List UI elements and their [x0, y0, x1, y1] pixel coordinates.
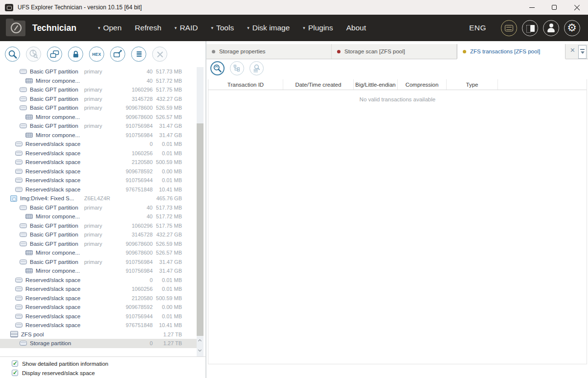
- menu-item-label: Refresh: [135, 24, 161, 32]
- tree-row[interactable]: Basic GPT partition primary 1060296 517.…: [0, 85, 197, 94]
- partition-offset: 0: [150, 277, 153, 283]
- tab-list-button[interactable]: [578, 45, 587, 59]
- tree-row[interactable]: Mirror compone... 910756984 31.47 GB: [0, 131, 197, 140]
- start-scan-search-icon: [213, 64, 222, 73]
- tree-row[interactable]: Mirror compone... 909678600 526.57 MB: [0, 248, 197, 258]
- scroll-up-button[interactable]: [197, 336, 204, 346]
- tree-row[interactable]: Basic GPT partition primary 909678600 52…: [0, 239, 197, 249]
- minimize-button[interactable]: [520, 0, 543, 15]
- menu-item[interactable]: Refresh: [135, 24, 161, 32]
- maximize-button[interactable]: [543, 0, 565, 15]
- surface-scan-button[interactable]: [26, 47, 41, 62]
- partition-offset: 2120580: [132, 159, 153, 165]
- properties-list-button[interactable]: [131, 47, 146, 62]
- close-button[interactable]: [565, 0, 588, 15]
- tree-row[interactable]: Reserved/slack space 909678592 0.00 MB: [0, 167, 197, 176]
- account-button[interactable]: [543, 20, 559, 36]
- column-header[interactable]: Compression: [398, 79, 447, 90]
- partition-icon: [15, 178, 23, 183]
- partition-icon: [15, 278, 23, 283]
- partition-icon: [20, 341, 27, 346]
- lock-button[interactable]: [68, 47, 83, 62]
- tree-row[interactable]: Reserved/slack space 909678592 0.00 MB: [0, 303, 197, 312]
- tab[interactable]: ZFS transactions [ZFS pool]: [457, 44, 565, 59]
- tree-row[interactable]: Mirror compone... 910756984 31.47 GB: [0, 266, 197, 276]
- tab[interactable]: Storage properties: [206, 44, 332, 59]
- tree-row[interactable]: Mirror compone... 909678600 526.57 MB: [0, 113, 197, 122]
- start-scan-button[interactable]: [210, 61, 225, 75]
- column-header[interactable]: Date/Time created: [283, 79, 354, 90]
- tree-row[interactable]: Reserved/slack space 910756944 0.01 MB: [0, 176, 197, 185]
- menu-item[interactable]: About: [346, 24, 366, 32]
- tree-row[interactable]: Storage partition 0 1.27 TB: [0, 339, 197, 348]
- close-tab-button[interactable]: [570, 47, 575, 53]
- tree-row[interactable]: Reserved/slack space 1060256 0.01 MB: [0, 149, 197, 158]
- close-storage-button[interactable]: [152, 47, 167, 62]
- partition-size: 432.27 GB: [156, 232, 182, 237]
- checkbox-label: Show detailed partition information: [22, 361, 108, 367]
- partition-type: primary: [84, 232, 102, 237]
- checkbox[interactable]: [12, 360, 18, 367]
- search-content-button[interactable]: [249, 61, 264, 75]
- column-header[interactable]: Type: [447, 79, 498, 90]
- tree-row[interactable]: Basic GPT partition primary 40 517.73 MB: [0, 203, 197, 213]
- partition-type: primary: [84, 105, 102, 111]
- tree-row[interactable]: Reserved/slack space 2120580 500.59 MB: [0, 294, 197, 303]
- tree-row[interactable]: Basic GPT partition primary 910756984 31…: [0, 258, 197, 267]
- layout-button[interactable]: [522, 20, 538, 36]
- partition-offset: 909678600: [126, 114, 153, 120]
- tree-scrollbar[interactable]: [197, 67, 204, 356]
- language-selector[interactable]: ENG: [469, 24, 486, 32]
- menu-item[interactable]: RAID: [175, 24, 198, 32]
- tree-row[interactable]: Mirror compone... 40 517.72 MB: [0, 76, 197, 86]
- partition-size: 0.00 MB: [162, 168, 182, 174]
- tree-row[interactable]: Basic GPT partition primary 909678600 52…: [0, 103, 197, 113]
- tree-row[interactable]: Reserved/slack space 910756944 0.01 MB: [0, 312, 197, 321]
- tree-row[interactable]: Reserved/slack space 1060256 0.01 MB: [0, 284, 197, 294]
- search-content-icon: [252, 64, 261, 73]
- partition-size: 526.57 MB: [156, 250, 182, 256]
- tree-row[interactable]: Basic GPT partition primary 1060296 517.…: [0, 221, 197, 231]
- tree-row[interactable]: ZFS pool 1.27 TB: [0, 330, 197, 339]
- tree-row[interactable]: Reserved/slack space 2120580 500.59 MB: [0, 158, 197, 167]
- partition-name: Reserved/slack space: [25, 177, 81, 183]
- tree-row[interactable]: Reserved/slack space 976751848 10.41 MB: [0, 321, 197, 330]
- partition-offset: 2120580: [132, 295, 153, 301]
- tree-row[interactable]: Img:Drive4: Fixed S... Z6EL4Z4R 465.76 G…: [0, 194, 197, 203]
- menu-item[interactable]: Plugins: [303, 24, 333, 32]
- app-icon: [5, 4, 13, 11]
- tab-label: Storage properties: [219, 48, 266, 54]
- save-disk-image-button[interactable]: [47, 47, 62, 62]
- tree-row[interactable]: Basic GPT partition primary 3145728 432.…: [0, 230, 197, 239]
- edit-disk-image-icon: [113, 49, 123, 59]
- menu-item[interactable]: Disk image: [247, 24, 290, 32]
- column-header[interactable]: Big/Little-endian: [354, 79, 398, 90]
- mirror-component-icon: [25, 78, 33, 83]
- edit-disk-image-button[interactable]: [110, 47, 125, 62]
- menu-item[interactable]: Open: [98, 24, 121, 32]
- tree-row[interactable]: Basic GPT partition primary 3145728 432.…: [0, 94, 197, 104]
- tree-view-button[interactable]: [230, 61, 244, 75]
- tree-row[interactable]: Basic GPT partition primary 40 517.73 MB: [0, 67, 197, 76]
- menu-item-label: About: [346, 24, 366, 32]
- column-header[interactable]: Transaction ID: [208, 79, 283, 90]
- tree-row[interactable]: Mirror compone... 40 517.72 MB: [0, 212, 197, 221]
- scroll-down-button[interactable]: [197, 346, 204, 356]
- partition-type: primary: [84, 259, 102, 265]
- titlebar: UFS Explorer Technician - version 10.15 …: [0, 0, 588, 15]
- partition-name: Basic GPT partition: [30, 241, 78, 247]
- checkbox[interactable]: [12, 370, 18, 376]
- hex-viewer-button[interactable]: HEX: [89, 47, 104, 62]
- settings-button[interactable]: [564, 20, 580, 36]
- menu-item[interactable]: Tools: [211, 24, 234, 32]
- surface-scan-icon: [28, 49, 39, 59]
- tree-row[interactable]: Basic GPT partition primary 910756984 31…: [0, 121, 197, 131]
- tab[interactable]: Storage scan [ZFS pool]: [332, 44, 457, 59]
- scrollbar-thumb[interactable]: [197, 123, 204, 336]
- tree-row[interactable]: Reserved/slack space 976751848 10.41 MB: [0, 185, 197, 194]
- partition-offset: 910756944: [126, 177, 153, 183]
- messages-button[interactable]: [501, 20, 517, 36]
- tree-row[interactable]: Reserved/slack space 0 0.01 MB: [0, 276, 197, 285]
- scan-search-button[interactable]: [5, 47, 20, 62]
- tree-row[interactable]: Reserved/slack space 0 0.01 MB: [0, 140, 197, 149]
